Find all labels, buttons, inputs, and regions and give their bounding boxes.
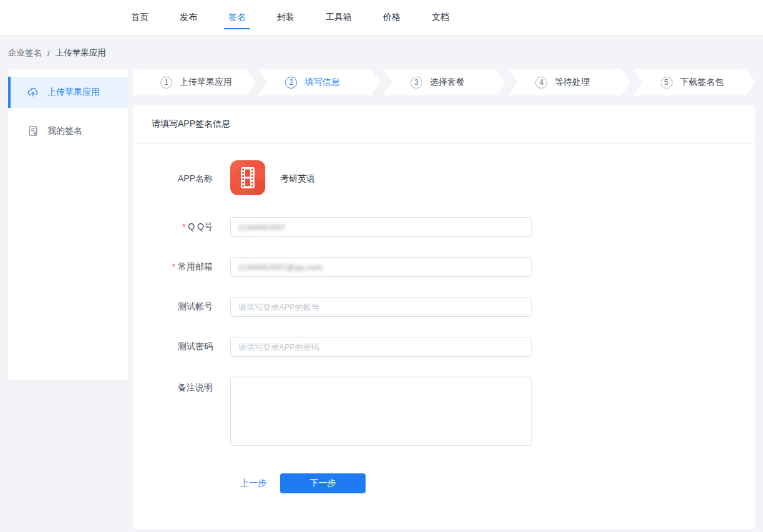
step-number: 4 xyxy=(535,77,547,89)
step-5-download: 5 下载签名包 xyxy=(633,69,756,95)
field-label: *常用邮箱 xyxy=(152,261,213,273)
breadcrumb: 企业签名 / 上传苹果应用 xyxy=(0,36,763,69)
step-4-wait-process: 4 等待处理 xyxy=(508,69,630,95)
nav-item-publish[interactable]: 发布 xyxy=(180,0,197,35)
step-number: 3 xyxy=(411,77,422,89)
form-actions: 上一步 下一步 xyxy=(240,473,756,530)
cloud-upload-icon xyxy=(27,86,39,99)
step-label: 等待处理 xyxy=(555,77,590,88)
film-app-icon xyxy=(230,160,265,197)
next-step-button[interactable]: 下一步 xyxy=(280,473,366,493)
step-label: 上传苹果应用 xyxy=(180,77,232,88)
prev-step-link[interactable]: 上一步 xyxy=(240,478,266,489)
step-3-choose-plan: 3 选择套餐 xyxy=(383,69,505,95)
steps-bar: 1 上传苹果应用 2 填写信息 3 选择套餐 4 等待处理 5 下载签名包 xyxy=(133,69,756,95)
top-nav: 首页 发布 签名 封装 工具箱 价格 文档 xyxy=(0,0,449,35)
nav-item-docs[interactable]: 文档 xyxy=(432,0,449,35)
email-value-redacted: 1194692997@qq.com xyxy=(238,263,323,272)
step-label: 填写信息 xyxy=(304,77,339,88)
field-label: 测试帐号 xyxy=(152,301,213,312)
required-asterisk: * xyxy=(172,262,175,271)
form-row-remark: 备注说明 xyxy=(152,377,756,446)
sidebar-item-my-signatures[interactable]: 我的签名 xyxy=(8,115,128,147)
panel-title: 请填写APP签名信息 xyxy=(133,105,756,143)
sidebar-item-upload-app[interactable]: 上传苹果应用 xyxy=(8,77,128,108)
step-number: 2 xyxy=(285,77,297,89)
breadcrumb-separator: / xyxy=(47,49,50,58)
email-input[interactable]: 1194692997@qq.com xyxy=(230,257,532,277)
sidebar-item-label: 我的签名 xyxy=(47,125,82,137)
step-label: 下载签名包 xyxy=(680,77,724,88)
top-bar: 首页 发布 签名 封装 工具箱 价格 文档 xyxy=(0,0,763,36)
qq-input[interactable]: 1194692997 xyxy=(230,217,532,237)
step-2-fill-info: 2 填写信息 xyxy=(258,69,380,95)
form-row-qq: *Q Q号 1194692997 xyxy=(152,217,756,237)
test-password-input[interactable] xyxy=(230,337,532,357)
form-row-test-account: 测试帐号 xyxy=(152,297,756,317)
required-asterisk: * xyxy=(182,222,185,231)
nav-item-price[interactable]: 价格 xyxy=(383,0,401,35)
nav-item-sign[interactable]: 签名 xyxy=(228,0,246,35)
qq-value-redacted: 1194692997 xyxy=(238,223,286,232)
nav-item-toolbox[interactable]: 工具箱 xyxy=(326,0,352,35)
step-label: 选择套餐 xyxy=(430,77,465,88)
field-label: *Q Q号 xyxy=(152,221,213,233)
field-label: 备注说明 xyxy=(152,377,213,394)
breadcrumb-current: 上传苹果应用 xyxy=(56,47,106,59)
form-row-email: *常用邮箱 1194692997@qq.com xyxy=(152,257,756,277)
field-label: 测试密码 xyxy=(152,341,213,352)
signature-doc-icon xyxy=(27,125,39,137)
app-name-value: 考研英语 xyxy=(280,173,315,185)
step-1-upload: 1 上传苹果应用 xyxy=(133,69,255,95)
sidebar: 上传苹果应用 我的签名 xyxy=(8,69,128,380)
field-label: APP名称 xyxy=(152,173,213,185)
step-number: 5 xyxy=(661,77,673,89)
breadcrumb-parent[interactable]: 企业签名 xyxy=(8,47,42,59)
sidebar-item-label: 上传苹果应用 xyxy=(47,87,100,98)
main-content: 1 上传苹果应用 2 填写信息 3 选择套餐 4 等待处理 5 下载签名包 请填… xyxy=(133,69,756,530)
nav-item-home[interactable]: 首页 xyxy=(131,0,148,35)
form-panel: 请填写APP签名信息 APP名称 xyxy=(133,105,756,530)
remark-textarea[interactable] xyxy=(230,377,532,446)
test-account-input[interactable] xyxy=(230,297,532,317)
form-row-test-password: 测试密码 xyxy=(152,337,756,357)
step-number: 1 xyxy=(160,77,172,89)
nav-item-package[interactable]: 封装 xyxy=(277,0,294,35)
form-row-app-name: APP名称 xyxy=(152,160,756,197)
